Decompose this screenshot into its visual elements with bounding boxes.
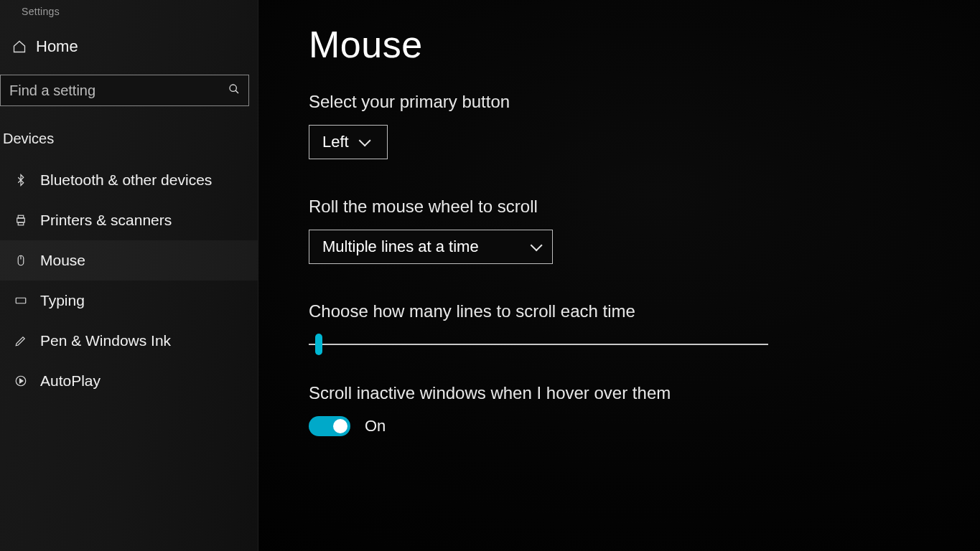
svg-marker-12: [20, 379, 24, 383]
mouse-icon: [13, 253, 29, 268]
sidebar: Settings Home Devices Bluetooth & other …: [0, 0, 258, 551]
sidebar-item-autoplay[interactable]: AutoPlay: [0, 361, 258, 401]
sidebar-item-typing[interactable]: Typing: [0, 281, 258, 321]
setting-scroll-inactive: Scroll inactive windows when I hover ove…: [309, 383, 937, 436]
main-content: Mouse Select your primary button Left Ro…: [258, 0, 980, 551]
scroll-mode-dropdown[interactable]: Multiple lines at a time: [309, 230, 553, 264]
setting-label: Scroll inactive windows when I hover ove…: [309, 383, 937, 403]
sidebar-item-label: Typing: [40, 292, 85, 309]
app-title: Settings: [0, 4, 258, 27]
svg-rect-7: [16, 298, 26, 303]
svg-rect-3: [18, 215, 24, 218]
primary-button-dropdown[interactable]: Left: [309, 125, 388, 159]
pen-icon: [13, 333, 29, 349]
autoplay-icon: [13, 373, 29, 389]
sidebar-item-label: Bluetooth & other devices: [40, 171, 212, 189]
sidebar-item-printers[interactable]: Printers & scanners: [0, 200, 258, 240]
scroll-inactive-toggle[interactable]: [309, 416, 350, 436]
svg-rect-2: [17, 218, 25, 222]
search-icon: [228, 83, 240, 98]
sidebar-item-bluetooth[interactable]: Bluetooth & other devices: [0, 160, 258, 200]
dropdown-value: Left: [322, 133, 349, 151]
sidebar-home-label: Home: [36, 37, 78, 56]
setting-label: Select your primary button: [309, 92, 937, 112]
home-icon: [11, 39, 27, 55]
svg-rect-4: [18, 222, 24, 225]
setting-label: Choose how many lines to scroll each tim…: [309, 301, 937, 321]
sidebar-category: Devices: [0, 125, 258, 160]
sidebar-item-pen[interactable]: Pen & Windows Ink: [0, 321, 258, 361]
sidebar-item-label: Mouse: [40, 252, 85, 269]
printer-icon: [13, 212, 29, 228]
slider-thumb[interactable]: [315, 334, 322, 355]
sidebar-item-label: Pen & Windows Ink: [40, 332, 171, 349]
svg-line-1: [235, 90, 238, 93]
sidebar-item-label: Printers & scanners: [40, 212, 172, 229]
slider-track: [309, 344, 768, 345]
keyboard-icon: [13, 293, 29, 309]
sidebar-item-mouse[interactable]: Mouse: [0, 240, 258, 281]
sidebar-home[interactable]: Home: [0, 27, 258, 66]
toggle-knob: [333, 419, 347, 433]
svg-point-0: [230, 85, 236, 91]
setting-primary-button: Select your primary button Left: [309, 92, 937, 159]
dropdown-value: Multiple lines at a time: [322, 237, 479, 256]
search-input[interactable]: [9, 83, 223, 99]
chevron-down-icon: [358, 134, 370, 146]
setting-scroll-lines: Choose how many lines to scroll each tim…: [309, 301, 937, 354]
chevron-down-icon: [531, 239, 543, 251]
setting-scroll-mode: Roll the mouse wheel to scroll Multiple …: [309, 197, 937, 264]
search-box[interactable]: [0, 75, 249, 106]
page-title: Mouse: [309, 23, 937, 66]
sidebar-item-label: AutoPlay: [40, 372, 101, 390]
scroll-lines-slider[interactable]: [309, 334, 768, 354]
toggle-state-label: On: [365, 417, 386, 435]
bluetooth-icon: [13, 172, 29, 188]
setting-label: Roll the mouse wheel to scroll: [309, 197, 937, 217]
